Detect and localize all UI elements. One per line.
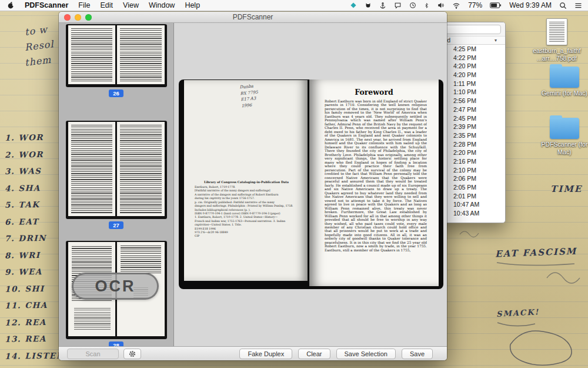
- page-thumbnail-sidebar[interactable]: 26 27: [59, 23, 174, 346]
- handwritten-cursive-line: Resol: [24, 38, 54, 53]
- scan-button[interactable]: Scan: [67, 349, 119, 359]
- sort-chevron-down-icon: ▾: [495, 38, 497, 43]
- pdfscanner-window[interactable]: PDFScanner 26 27: [59, 12, 447, 360]
- page-text-lines: [71, 125, 113, 213]
- battery-icon[interactable]: [490, 2, 502, 9]
- loc-heading: Library of Congress Cataloging-in-Public…: [195, 180, 298, 184]
- apple-icon: [7, 1, 15, 9]
- clear-button[interactable]: Clear: [298, 349, 330, 359]
- desktop-icon-pdfscanner-folder[interactable]: PDFScanner (for Mac): [540, 118, 588, 155]
- menubar-menu[interactable]: File: [78, 1, 90, 9]
- desktop-icon-gemini-folder[interactable]: Gemini (for Mac): [540, 67, 588, 97]
- apple-menu[interactable]: [7, 1, 15, 9]
- thumbnail-page: [68, 122, 116, 216]
- settings-gear-button[interactable]: [123, 349, 141, 359]
- scan-left-page: Dunba BX 7795 E17 A3 1996 Library of Con…: [184, 80, 308, 281]
- handwritten-note-smack: SMACK!: [496, 307, 540, 319]
- page-number-badge: 27: [109, 221, 123, 229]
- desktop-icon-label: Gemini (for Mac): [540, 89, 588, 97]
- save-button[interactable]: Save: [402, 349, 433, 359]
- pdf-document-icon: [546, 18, 567, 45]
- page-text-lines: [120, 125, 162, 213]
- scanned-spread-thumbnail: [66, 24, 167, 87]
- menubar-menu[interactable]: View: [123, 1, 139, 9]
- battery-percentage: 77%: [468, 1, 482, 9]
- desktop-icon-label: eastburn_a_faithf ...arr....758.pdf: [532, 47, 582, 62]
- folder-icon: [550, 67, 579, 88]
- page-thumbnail-27[interactable]: 27: [66, 121, 167, 229]
- fake-duplex-button[interactable]: Fake Duplex: [239, 349, 292, 359]
- time-machine-icon[interactable]: [409, 2, 416, 9]
- zoom-button[interactable]: [85, 14, 92, 21]
- loc-catalog-text: Eastburn, Robert, 1710-1778. [Faithful n…: [195, 185, 298, 238]
- wifi-icon[interactable]: [452, 2, 460, 9]
- page-text-lines: [74, 308, 111, 330]
- folder-icon: [550, 118, 579, 139]
- scanned-spread-thumbnail: [66, 121, 167, 219]
- foreword-text: Robert Eastburn was born in old England …: [325, 100, 427, 274]
- thumbnail-page: [117, 25, 165, 84]
- handwritten-call-number: Dunba BX 7795 E17 A3 1996: [239, 83, 259, 109]
- ocr-button[interactable]: OCR: [72, 273, 159, 300]
- page-text-lines: [121, 246, 161, 274]
- menubar-menu[interactable]: Help: [185, 1, 200, 9]
- handwritten-cursive-line: to w: [24, 23, 54, 38]
- page-thumbnail-26[interactable]: 26: [66, 24, 167, 97]
- menubar-menu[interactable]: Edit: [101, 1, 113, 9]
- volume-icon[interactable]: [437, 2, 445, 9]
- gear-icon: [128, 350, 136, 358]
- menubar-menu[interactable]: Window: [149, 1, 175, 9]
- minimize-button[interactable]: [75, 14, 81, 21]
- handwritten-cursive-notes: to wResolthem: [25, 25, 54, 67]
- window-title: PDFScanner: [59, 13, 447, 21]
- handwritten-note-fascism: EAT FASCISM: [495, 246, 577, 260]
- menubar-app-name[interactable]: PDFScanner: [25, 1, 68, 9]
- bottom-toolbar: Scan Fake Duplex Clear Save Selection Sa…: [59, 346, 447, 360]
- thumbnail-page: [68, 25, 116, 84]
- page-number-badge: 28: [109, 342, 123, 346]
- close-button[interactable]: [64, 14, 71, 21]
- menubar-clock[interactable]: Wed 9:39 AM: [509, 1, 552, 9]
- page-text-lines: [71, 28, 113, 81]
- foreword-title: Foreword: [309, 88, 439, 97]
- handwritten-note-time: TIME: [550, 184, 582, 194]
- save-selection-button[interactable]: Save Selection: [336, 349, 396, 359]
- anchor-icon[interactable]: [379, 2, 386, 9]
- scan-preview-area: Dunba BX 7795 E17 A3 1996 Library of Con…: [174, 23, 447, 346]
- document-preview-lines: [549, 22, 564, 42]
- desktop-icon-pdf-file[interactable]: eastburn_a_faithf ...arr....758.pdf: [532, 18, 582, 62]
- library-of-congress-block: Library of Congress Cataloging-in-Public…: [195, 180, 298, 238]
- scan-right-page: Foreword Robert Eastburn was born in old…: [309, 79, 439, 286]
- page-number-badge: 26: [109, 89, 123, 97]
- spotlight-search-icon[interactable]: [559, 2, 567, 9]
- chat-bubble-icon[interactable]: [394, 2, 402, 9]
- thumbnail-page: [117, 122, 165, 216]
- handwritten-cursive-line: them: [24, 54, 54, 68]
- cat-icon[interactable]: [365, 2, 372, 9]
- notification-center-icon[interactable]: [574, 2, 582, 9]
- bluetooth-icon[interactable]: [424, 2, 429, 9]
- status-app-icon[interactable]: [350, 2, 357, 9]
- window-titlebar[interactable]: PDFScanner: [59, 12, 447, 23]
- page-text-lines: [120, 28, 162, 81]
- menu-bar: PDFScanner FileEditViewWindowHelp 77%: [0, 0, 588, 11]
- scanned-book-spread: Dunba BX 7795 E17 A3 1996 Library of Con…: [179, 79, 443, 289]
- traffic-lights: [64, 14, 92, 21]
- desktop-icon-label: PDFScanner (for Mac): [540, 141, 588, 155]
